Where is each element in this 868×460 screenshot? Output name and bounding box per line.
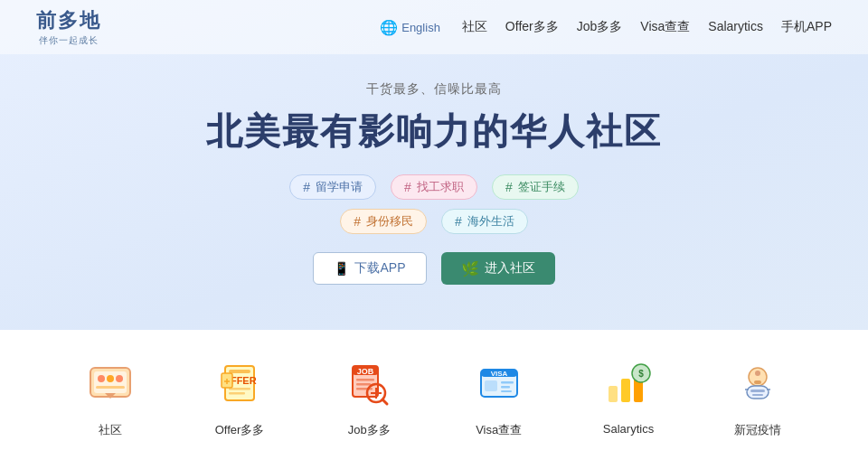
svg-rect-41 [750,390,765,392]
svg-rect-30 [501,386,510,389]
download-app-button[interactable]: 📱 下载APP [313,252,426,285]
svg-text:VISA: VISA [490,370,507,378]
icons-section: 社区 OFFER Offer多多 [0,330,868,460]
svg-text:$: $ [638,369,644,379]
tag-immigration[interactable]: # 身份移民 [340,209,427,234]
header: 前多地 伴你一起成长 🌐 English 社区 Offer多多 Job多多 Vi… [0,0,868,54]
svg-rect-39 [754,380,761,384]
visa-label: Visa查查 [476,422,522,438]
svg-point-4 [116,375,123,382]
cta-buttons: 📱 下载APP 🌿 进入社区 [18,252,850,285]
nav-links: 社区 Offer多多 Job多多 Visa查查 Salarytics 手机APP [462,19,832,35]
covid-label: 新冠疫情 [734,422,781,438]
svg-rect-5 [96,386,125,389]
svg-point-38 [755,371,760,376]
enter-icon: 🌿 [461,260,479,277]
language-switch[interactable]: 🌐 English [380,19,440,36]
svg-rect-19 [356,383,371,386]
icons-grid: 社区 OFFER Offer多多 [45,348,823,460]
phone-icon: 📱 [334,261,349,276]
nav-offer[interactable]: Offer多多 [505,19,559,35]
offer-label: Offer多多 [215,422,265,438]
tag-job[interactable]: # 找工求职 [391,174,477,200]
svg-point-2 [98,375,105,382]
icon-item-friend[interactable]: 交友 [45,456,175,460]
svg-rect-32 [609,386,618,402]
tag-study[interactable]: # 留学申请 [289,174,376,200]
job-label: Job多多 [348,422,391,438]
community-label: 社区 [99,422,122,438]
svg-rect-11 [229,392,245,395]
nav-job[interactable]: Job多多 [577,19,623,35]
community-icon-box [81,357,139,415]
offer-icon-box: OFFER [211,357,269,415]
svg-line-22 [382,399,387,404]
icon-item-rights[interactable]: ! 维权 [693,456,823,460]
icon-item-covid[interactable]: 新冠疫情 [693,348,823,447]
lang-label: English [401,21,440,34]
salary-label: Salarytics [603,422,654,436]
visa-icon-box: VISA [470,357,528,415]
svg-point-3 [107,375,114,382]
svg-rect-8 [229,370,250,373]
logo-sub: 伴你一起成长 [39,34,99,47]
logo: 前多地 伴你一起成长 [36,7,101,47]
enter-community-button[interactable]: 🌿 进入社区 [441,252,555,285]
icon-item-job[interactable]: JOB Job多多 [305,348,434,447]
svg-rect-31 [501,390,512,392]
icon-item-mobileapp[interactable]: APP 1 手机APP [563,456,693,460]
hero-subtitle: 干货最多、信噪比最高 [18,81,850,98]
hero-section: 干货最多、信噪比最高 北美最有影响力的华人社区 # 留学申请 # 找工求职 # … [0,54,868,330]
svg-rect-42 [752,394,763,396]
translate-icon: 🌐 [380,19,398,36]
svg-text:JOB: JOB [357,367,374,376]
tag-overseas[interactable]: # 海外生活 [441,209,528,234]
nav-area: 🌐 English 社区 Offer多多 Job多多 Visa查查 Salary… [380,19,832,36]
salary-icon-box: $ [599,357,657,415]
svg-rect-29 [501,381,514,384]
hero-title: 北美最有影响力的华人社区 [18,107,850,156]
tag-visa[interactable]: # 签证手续 [492,174,579,200]
svg-rect-28 [485,380,497,391]
tags-row-2: # 身份移民 # 海外生活 [18,209,850,234]
job-icon-box: JOB [340,357,398,415]
svg-rect-20 [356,388,373,390]
icon-item-visa[interactable]: VISA Visa查查 [434,348,563,447]
nav-visa[interactable]: Visa查查 [640,19,690,35]
icon-item-instant[interactable]: Instant [175,456,304,460]
icon-item-community[interactable]: 社区 [45,348,175,447]
icon-item-salary[interactable]: $ Salarytics [563,348,693,447]
icon-item-lifestyle[interactable]: 生活攻略 [434,456,563,460]
icon-item-course[interactable]: 精品网课 [305,456,434,460]
covid-icon-box [729,357,787,415]
logo-text: 前多地 [36,7,101,34]
icon-item-offer[interactable]: OFFER Offer多多 [175,348,304,447]
svg-rect-33 [621,379,630,402]
nav-community[interactable]: 社区 [462,19,487,35]
nav-salary[interactable]: Salarytics [708,19,763,35]
nav-app[interactable]: 手机APP [781,19,832,35]
svg-rect-18 [356,379,374,381]
tags-row-1: # 留学申请 # 找工求职 # 签证手续 [18,174,850,200]
